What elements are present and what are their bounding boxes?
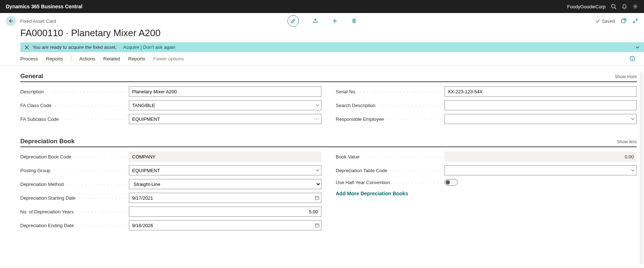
label-half-year: Use Half-Year Convention bbox=[336, 180, 392, 185]
label-book-value: Book Value bbox=[336, 154, 361, 159]
back-button[interactable] bbox=[6, 16, 16, 26]
section-title-depreciation: Depreciation Book bbox=[20, 138, 75, 145]
section-body-general: Description FA Class Code FA Subclass Co… bbox=[20, 82, 637, 134]
label-depr-start-date: Depreciation Starting Date bbox=[20, 195, 77, 201]
description-input[interactable] bbox=[129, 86, 321, 97]
svg-rect-8 bbox=[622, 20, 625, 23]
label-search-description: Search Description bbox=[336, 103, 377, 108]
section-body-depreciation: Depreciation Book Code Posting Group Dep… bbox=[20, 147, 637, 241]
svg-point-2 bbox=[635, 6, 636, 7]
depr-method-select[interactable]: Straight-Line bbox=[129, 179, 321, 189]
gear-icon[interactable] bbox=[632, 4, 638, 9]
label-no-depr-years: No. of Depreciation Years bbox=[20, 209, 75, 214]
svg-line-1 bbox=[615, 8, 616, 9]
notification-message: You are ready to acquire the fixed asset… bbox=[33, 44, 117, 50]
add-more-depreciation-link[interactable]: Add More Depreciation Books bbox=[336, 191, 408, 196]
svg-point-0 bbox=[611, 4, 615, 8]
depr-book-code-field bbox=[129, 152, 321, 162]
show-more-general[interactable]: Show more bbox=[615, 74, 637, 79]
toolbar-reports-2[interactable]: Reports bbox=[128, 56, 145, 61]
toolbar-fewer-options[interactable]: Fewer options bbox=[153, 56, 184, 61]
acquire-link[interactable]: Acquire | bbox=[123, 44, 142, 50]
company-name: FoodyGoodieCorp bbox=[567, 4, 606, 9]
label-fa-subclass-code: FA Subclass Code bbox=[20, 116, 60, 122]
page-title: FA000110 · Planetary Mixer A200 bbox=[0, 26, 644, 42]
depr-start-date-input[interactable] bbox=[129, 193, 321, 203]
saved-indicator: Saved bbox=[595, 18, 615, 24]
fa-subclass-code-input[interactable] bbox=[129, 114, 321, 124]
section-header-depreciation: Depreciation Book Show less bbox=[20, 138, 637, 147]
search-description-input[interactable] bbox=[445, 100, 637, 110]
share-icon[interactable] bbox=[312, 18, 319, 24]
svg-point-13 bbox=[632, 57, 632, 58]
delete-icon[interactable] bbox=[351, 18, 357, 24]
search-icon[interactable] bbox=[611, 4, 616, 9]
scrollbar[interactable] bbox=[640, 72, 643, 251]
content: General Show more Description FA Class C… bbox=[0, 65, 644, 251]
label-description: Description bbox=[20, 89, 45, 94]
label-serial-no: Serial No. bbox=[336, 89, 358, 94]
label-depr-book-code: Depreciation Book Code bbox=[20, 154, 73, 159]
toolbar: Process Reports Actions Related Reports … bbox=[0, 52, 644, 65]
breadcrumb: Fixed Asset Card bbox=[20, 18, 56, 24]
section-title-general: General bbox=[20, 73, 43, 80]
depr-end-date-input[interactable] bbox=[129, 220, 321, 230]
page-header: Fixed Asset Card Saved bbox=[0, 13, 644, 26]
bell-icon[interactable] bbox=[622, 4, 627, 9]
section-header-general: General Show more bbox=[20, 73, 637, 82]
collapse-icon[interactable] bbox=[632, 18, 638, 24]
label-posting-group: Posting Group bbox=[20, 168, 52, 173]
toolbar-actions[interactable]: Actions bbox=[79, 56, 95, 61]
toolbar-separator bbox=[71, 55, 71, 62]
label-depr-end-date: Depreciation Ending Date bbox=[20, 223, 75, 228]
notification-bar: You are ready to acquire the fixed asset… bbox=[20, 42, 644, 52]
chevron-down-icon[interactable] bbox=[635, 45, 640, 50]
show-less-depreciation[interactable]: Show less bbox=[617, 139, 637, 144]
top-bar: Dynamics 365 Business Central FoodyGoodi… bbox=[0, 0, 644, 13]
info-icon[interactable] bbox=[630, 56, 635, 61]
label-depr-method: Depreciation Method bbox=[20, 182, 65, 187]
serial-no-input[interactable] bbox=[445, 86, 637, 97]
no-depr-years-input[interactable] bbox=[129, 207, 321, 217]
close-notification-icon[interactable] bbox=[25, 45, 29, 50]
dont-ask-link[interactable]: Don't ask again bbox=[143, 44, 175, 50]
edit-button[interactable] bbox=[287, 15, 299, 27]
toolbar-process[interactable]: Process bbox=[20, 56, 38, 61]
depr-table-code-input[interactable] bbox=[445, 165, 637, 175]
label-depr-table-code: Depreciation Table Code bbox=[336, 168, 389, 173]
toolbar-reports[interactable]: Reports bbox=[46, 56, 63, 61]
product-name: Dynamics 365 Business Central bbox=[6, 4, 83, 9]
book-value-field: 0.00 bbox=[445, 152, 637, 162]
fa-class-code-input[interactable] bbox=[129, 100, 321, 110]
toolbar-related[interactable]: Related bbox=[103, 56, 120, 61]
half-year-toggle[interactable] bbox=[445, 179, 458, 186]
label-responsible-employee: Responsible Employee bbox=[336, 116, 386, 122]
saved-label: Saved bbox=[602, 18, 615, 24]
new-window-icon[interactable] bbox=[621, 18, 627, 24]
new-icon[interactable] bbox=[332, 18, 338, 24]
label-fa-class-code: FA Class Code bbox=[20, 103, 53, 108]
posting-group-input[interactable] bbox=[129, 165, 321, 175]
responsible-employee-input[interactable] bbox=[445, 114, 637, 124]
